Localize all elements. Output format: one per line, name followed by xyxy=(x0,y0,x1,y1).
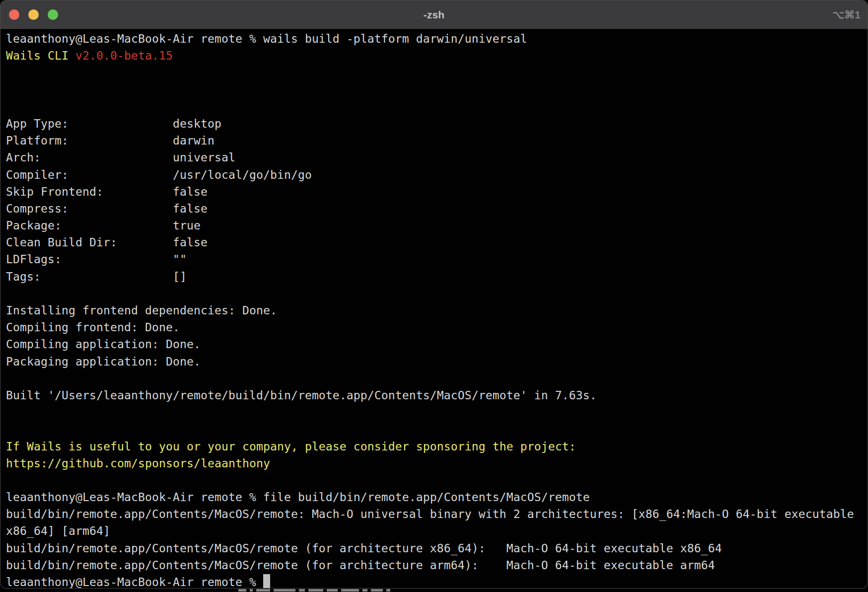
terminal-line xyxy=(6,285,868,302)
file-output-x86-line: build/bin/remote.app/Contents/MacOS/remo… xyxy=(6,540,868,557)
terminal-output[interactable]: leaanthony@Leas-MacBook-Air remote % wai… xyxy=(0,29,868,589)
window-shortcut-badge: ⌥⌘1 xyxy=(832,0,861,29)
titlebar[interactable]: -zsh ⌥⌘1 xyxy=(0,0,868,29)
terminal-line xyxy=(6,404,868,421)
file-output-wrap-line: x86_64] [arm64] xyxy=(6,522,868,539)
clipped-text-fragment xyxy=(250,589,253,592)
tags-line: Tags: [] xyxy=(6,268,868,285)
clipped-text-fragment xyxy=(308,589,323,592)
terminal-line xyxy=(6,81,868,98)
terminal-window: -zsh ⌥⌘1 leaanthony@Leas-MacBook-Air rem… xyxy=(0,0,868,589)
file-command-line: leaanthony@Leas-MacBook-Air remote % fil… xyxy=(6,489,868,506)
background-window-sliver xyxy=(238,589,407,592)
terminal-line xyxy=(6,370,868,387)
terminal-line xyxy=(6,472,868,489)
packaging-application-line: Packaging application: Done. xyxy=(6,353,868,370)
compiling-application-line: Compiling application: Done. xyxy=(6,336,868,353)
app-type-line: App Type: desktop xyxy=(6,115,868,132)
terminal-cursor xyxy=(263,574,270,589)
wails-cli-label: Wails CLI xyxy=(6,49,75,62)
installing-deps-line: Installing frontend dependencies: Done. xyxy=(6,302,868,319)
clipped-text-fragment xyxy=(299,589,305,592)
compiler-line: Compiler: /usr/local/go/bin/go xyxy=(6,166,868,183)
wails-version: v2.0.0-beta.15 xyxy=(75,49,173,62)
clipped-text-fragment xyxy=(238,589,246,592)
terminal-line xyxy=(6,421,868,438)
clean-build-dir-line: Clean Build Dir: false xyxy=(6,234,868,251)
skip-frontend-line: Skip Frontend: false xyxy=(6,183,868,200)
clipped-text-fragment xyxy=(256,589,270,592)
sponsor-url-line: https://github.com/sponsors/leaanthony xyxy=(6,455,868,472)
platform-line: Platform: darwin xyxy=(6,132,868,149)
prompt-line[interactable]: leaanthony@Leas-MacBook-Air remote % xyxy=(6,574,868,589)
compiling-frontend-line: Compiling frontend: Done. xyxy=(6,319,868,336)
clipped-text-fragment xyxy=(327,589,338,592)
ldflags-line: LDFlags: "" xyxy=(6,251,868,268)
terminal-line xyxy=(6,98,868,115)
clipped-text-fragment xyxy=(362,589,367,592)
clipped-text-fragment xyxy=(371,589,383,592)
clipped-text-fragment xyxy=(386,589,390,592)
file-output-line: build/bin/remote.app/Contents/MacOS/remo… xyxy=(6,506,868,522)
package-line: Package: true xyxy=(6,217,868,234)
clipped-text-fragment xyxy=(341,589,359,592)
terminal-line xyxy=(6,64,868,81)
version-line: Wails CLI v2.0.0-beta.15 xyxy=(6,47,868,64)
window-title: -zsh xyxy=(0,9,868,21)
build-result-line: Built '/Users/leaanthony/remote/build/bi… xyxy=(6,387,868,404)
compress-line: Compress: false xyxy=(6,200,868,217)
sponsor-message-line: If Wails is useful to you or your compan… xyxy=(6,438,868,455)
prompt-text: leaanthony@Leas-MacBook-Air remote % xyxy=(6,576,263,589)
file-output-arm64-line: build/bin/remote.app/Contents/MacOS/remo… xyxy=(6,557,868,574)
arch-line: Arch: universal xyxy=(6,149,868,166)
clipped-text-fragment xyxy=(274,589,295,592)
command-line: leaanthony@Leas-MacBook-Air remote % wai… xyxy=(6,30,868,47)
